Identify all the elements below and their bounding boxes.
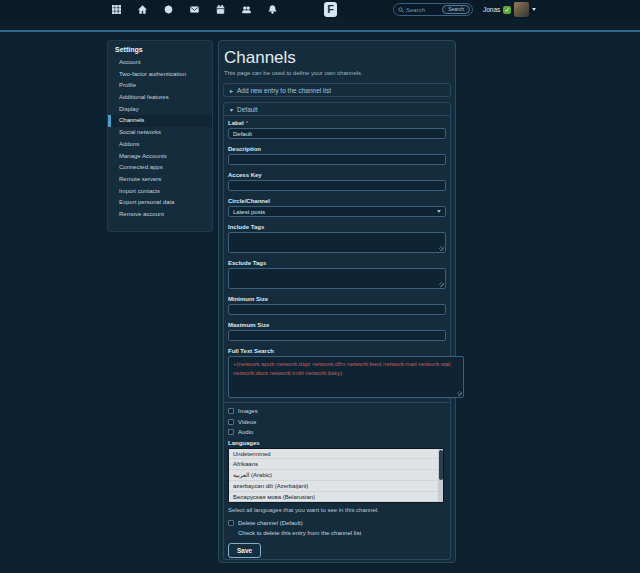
audio-checkbox[interactable]: [228, 429, 234, 435]
avatar[interactable]: [514, 2, 529, 17]
exclude-tags-field-label: Exclude Tags: [228, 260, 446, 267]
include-tags-field-label: Include Tags: [228, 224, 446, 231]
sidebar-item-addons[interactable]: Addons: [108, 139, 212, 151]
friendica-logo[interactable]: F: [324, 2, 337, 17]
calendar-icon[interactable]: [216, 5, 225, 14]
default-channel-label: Default: [237, 106, 258, 113]
circle-channel-selected-value: Latest posts: [233, 209, 265, 215]
listbox-scrollbar[interactable]: [438, 449, 443, 502]
access-key-field[interactable]: [228, 180, 446, 191]
apps-grid-icon[interactable]: [112, 5, 121, 14]
languages-listbox: Undetermined Afrikaans العربية (Arabic) …: [228, 448, 444, 503]
exclude-tags-textarea[interactable]: [228, 268, 446, 289]
language-option[interactable]: Беларуская мова (Belarusian): [229, 492, 443, 503]
sidebar-item-manage-accounts[interactable]: Manage Accounts: [108, 151, 212, 163]
sidebar-title: Settings: [108, 46, 212, 57]
navbar-accent-strip: [0, 19, 640, 32]
user-name: Jonas: [483, 6, 500, 13]
chevron-down-icon: [532, 8, 536, 11]
include-tags-textarea[interactable]: [228, 232, 446, 253]
delegation-badge-icon: ✓: [503, 6, 511, 14]
select-caret-icon: [437, 210, 441, 213]
page-subtitle: This page can be used to define your own…: [224, 70, 451, 76]
label-field-label: Label*: [228, 120, 446, 127]
sidebar-item-two-factor[interactable]: Two-factor authentication: [108, 69, 212, 81]
section-divider: [224, 402, 450, 403]
language-option[interactable]: Afrikaans: [229, 459, 443, 470]
maximum-size-field-label: Maximum Size: [228, 322, 446, 329]
circle-channel-field-label: Circle/Channel: [228, 198, 446, 205]
bell-icon[interactable]: [268, 5, 277, 14]
sidebar-item-display[interactable]: Display: [108, 104, 212, 116]
languages-help-text: Select all languages that you want to se…: [228, 507, 446, 513]
images-checkbox-row: Images: [228, 406, 446, 417]
sidebar-item-remote-servers[interactable]: Remote servers: [108, 174, 212, 186]
top-navbar: F Search Jonas ✓: [0, 0, 640, 19]
circle-channel-select[interactable]: Latest posts: [228, 206, 446, 217]
navbar-search: Search: [393, 3, 473, 16]
search-button[interactable]: Search: [442, 5, 470, 14]
home-icon[interactable]: [138, 5, 147, 14]
language-option[interactable]: Undetermined: [229, 449, 443, 460]
user-menu[interactable]: Jonas ✓: [483, 0, 536, 19]
add-channel-accordion-toggle[interactable]: Add new entry to the channel list: [223, 83, 451, 97]
delete-channel-label: Delete channel (Default): [238, 520, 303, 526]
add-channel-label: Add new entry to the channel list: [237, 87, 331, 94]
audio-checkbox-label: Audio: [238, 429, 253, 435]
label-field[interactable]: [228, 128, 446, 139]
search-input[interactable]: [404, 7, 442, 13]
sidebar-item-profile[interactable]: Profile: [108, 80, 212, 92]
sidebar-item-remove-account[interactable]: Remove account: [108, 209, 212, 221]
full-text-search-textarea[interactable]: +(network:apub network:dspr network:dfrn…: [228, 356, 464, 398]
page-title: Channels: [224, 48, 451, 68]
videos-checkbox[interactable]: [228, 419, 234, 425]
delete-channel-checkbox[interactable]: [228, 520, 234, 526]
required-asterisk: *: [246, 120, 248, 126]
sidebar-item-social-networks[interactable]: Social networks: [108, 127, 212, 139]
group-icon[interactable]: [242, 5, 251, 14]
description-field-label: Description: [228, 146, 446, 153]
channels-panel: Channels This page can be used to define…: [218, 40, 456, 563]
language-option[interactable]: azərbaycan dili (Azerbaijani): [229, 481, 443, 492]
sidebar-item-additional-features[interactable]: Additional features: [108, 92, 212, 104]
globe-icon[interactable]: [164, 5, 173, 14]
settings-sidebar: Settings Account Two-factor authenticati…: [107, 40, 213, 232]
videos-checkbox-row: Videos: [228, 417, 446, 428]
audio-checkbox-row: Audio: [228, 427, 446, 438]
listbox-scrollbar-thumb[interactable]: [439, 450, 443, 480]
sidebar-item-import-contacts[interactable]: Import contacts: [108, 186, 212, 198]
videos-checkbox-label: Videos: [238, 419, 256, 425]
language-option[interactable]: العربية (Arabic): [229, 470, 443, 481]
delete-channel-row: Delete channel (Default): [228, 518, 446, 529]
save-button[interactable]: Save: [228, 543, 261, 558]
sidebar-item-channels[interactable]: Channels: [108, 115, 212, 127]
default-channel-accordion-toggle[interactable]: Default: [223, 102, 451, 116]
sidebar-item-export-personal-data[interactable]: Export personal data: [108, 197, 212, 209]
sidebar-item-account[interactable]: Account: [108, 57, 212, 69]
sidebar-item-connected-apps[interactable]: Connected apps: [108, 162, 212, 174]
default-channel-form: Label* Description Access Key Circle/Cha…: [223, 116, 451, 560]
full-text-search-field-label: Full Text Search: [228, 348, 446, 355]
minimum-size-field[interactable]: [228, 304, 446, 315]
images-checkbox[interactable]: [228, 408, 234, 414]
mail-icon[interactable]: [190, 5, 199, 14]
access-key-field-label: Access Key: [228, 172, 446, 179]
languages-field-label: Languages: [228, 440, 446, 447]
minimum-size-field-label: Minimum Size: [228, 296, 446, 303]
images-checkbox-label: Images: [238, 408, 258, 414]
description-field[interactable]: [228, 154, 446, 165]
delete-channel-help-text: Check to delete this entry from the chan…: [238, 530, 446, 536]
maximum-size-field[interactable]: [228, 330, 446, 341]
